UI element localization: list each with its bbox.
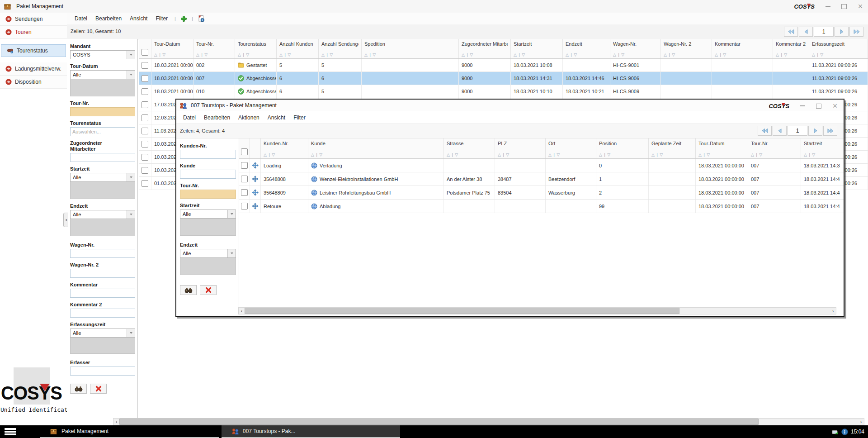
dialog-minimize-button[interactable] [797, 101, 807, 110]
dialog-menu-filter[interactable]: Filter [289, 114, 310, 121]
tour-datum-dropdown[interactable]: Alle [70, 70, 135, 79]
endzeit-dropdown[interactable]: Alle [180, 249, 236, 258]
menu-bearbeiten[interactable]: Bearbeiten [91, 15, 126, 22]
sort-icons[interactable] [514, 52, 560, 57]
scroll-left-icon[interactable]: ‹ [239, 308, 245, 314]
row-checkbox[interactable] [241, 203, 248, 209]
scrollbar-thumb[interactable] [119, 419, 759, 425]
clear-filter-button[interactable] [90, 384, 107, 394]
endzeit-dropdown[interactable]: Alle [70, 210, 135, 219]
export-report-icon[interactable] [198, 15, 205, 22]
col-header-kunden-nr[interactable]: Kunden-Nr. [261, 138, 308, 158]
dialog-menu-ansicht[interactable]: Ansicht [264, 114, 289, 121]
erfassungszeit-dropdown[interactable]: Alle [70, 328, 135, 338]
col-header-plz[interactable]: PLZ [495, 138, 546, 158]
move-drag-icon[interactable] [252, 162, 259, 169]
row-checkbox[interactable] [142, 62, 148, 69]
startzeit-dropdown[interactable]: Alle [70, 173, 135, 182]
sort-icons[interactable] [279, 52, 316, 57]
dialog-titlebar[interactable]: 007 Tourstops - Paket Management COSYS × [176, 100, 844, 111]
col-header-tour-datum[interactable]: Tour-Datum [151, 39, 193, 58]
sort-icons[interactable] [698, 152, 745, 157]
sort-icons[interactable] [462, 52, 508, 57]
col-header-tour-nr[interactable]: Tour-Nr. [748, 138, 801, 158]
last-page-button[interactable] [823, 126, 837, 136]
row-checkbox[interactable] [142, 88, 148, 95]
move-drag-icon[interactable] [252, 189, 259, 196]
scroll-right-icon[interactable]: › [830, 308, 836, 314]
dialog-horizontal-scrollbar[interactable]: ‹ › [238, 307, 836, 314]
minimize-button[interactable] [823, 2, 833, 11]
sort-icons[interactable] [776, 52, 806, 57]
sort-icons[interactable] [804, 152, 838, 157]
wagen-nr-2-input[interactable] [70, 269, 135, 278]
sort-icons[interactable] [548, 152, 593, 157]
sort-icons[interactable] [196, 52, 232, 57]
dialog-menu-aktionen[interactable]: Aktionen [234, 114, 264, 121]
close-button[interactable]: × [855, 2, 865, 11]
col-header-wagen-nr-2[interactable]: Wagen-Nr. 2 [661, 39, 712, 58]
taskbar-button-paket-management[interactable]: Paket Management [40, 425, 219, 438]
prev-page-button[interactable] [799, 27, 813, 37]
row-checkbox[interactable] [241, 189, 248, 196]
mandant-dropdown[interactable]: COSYS [70, 50, 135, 59]
row-checkbox[interactable] [241, 176, 248, 182]
row-checkbox[interactable] [142, 167, 148, 174]
sort-icons[interactable] [498, 152, 542, 157]
col-header-startzeit[interactable]: Startzeit [801, 138, 840, 158]
taskbar-button-tourstops[interactable]: 007 Tourstops - Pak... [222, 425, 400, 438]
sort-icons[interactable] [364, 52, 456, 57]
sidebar-item-ladungsmittelverw[interactable]: Ladungsmittelverw. [0, 62, 67, 76]
sort-icons[interactable] [566, 52, 607, 57]
col-header-spedition[interactable]: Spedition [362, 39, 459, 58]
sort-icons[interactable] [321, 52, 359, 57]
col-header-erfassungszeit[interactable]: Erfassungszeit [809, 39, 868, 58]
zugeordneter-mitarbeiter-input[interactable] [70, 153, 135, 162]
sort-icons[interactable] [751, 152, 798, 157]
sort-icons[interactable] [812, 52, 865, 57]
sidebar-item-disposition[interactable]: Disposition [0, 76, 67, 89]
menu-filter[interactable]: Filter [151, 15, 172, 22]
kunden-nr-filter-input[interactable] [180, 150, 236, 159]
dialog-menu-datei[interactable]: Datei [179, 114, 200, 121]
panel-collapse-tab[interactable]: ◄ [63, 213, 68, 227]
sort-icons[interactable] [154, 52, 190, 57]
col-header-zugeordneter-mitarbeiter[interactable]: Zugeordneter Mitarbeiter [459, 39, 511, 58]
col-header-kommentar[interactable]: Kommentar [712, 39, 773, 58]
sort-icons[interactable] [238, 52, 274, 57]
col-header-geplante-zeit[interactable]: Geplante Zeit [649, 138, 696, 158]
sort-icons[interactable] [613, 52, 658, 57]
tourstop-row[interactable]: Loading Verladung 0 18.03.2021 00:00:00 … [239, 159, 844, 172]
search-button[interactable] [70, 384, 87, 394]
sidebar-item-sendungen[interactable]: Sendungen [0, 13, 67, 26]
col-header-kommentar-2[interactable]: Kommentar 2 [773, 39, 809, 58]
main-horizontal-scrollbar[interactable]: ‹ › [113, 418, 864, 425]
sort-icons[interactable] [264, 152, 305, 157]
tourstop-row[interactable]: Retoure Abladung 99 18.03.2021 00:00:00 … [239, 200, 844, 213]
sort-icons[interactable] [447, 152, 492, 157]
sort-icons[interactable] [599, 152, 646, 157]
sort-icons[interactable] [715, 52, 770, 57]
row-checkbox[interactable] [142, 154, 148, 161]
page-number-box[interactable]: 1 [814, 27, 834, 37]
col-header-wagen-nr[interactable]: Wagen-Nr. [610, 39, 661, 58]
sort-icons[interactable] [651, 152, 693, 157]
sort-icons[interactable] [311, 152, 441, 157]
row-checkbox[interactable] [241, 162, 248, 169]
kommentar-input[interactable] [70, 289, 135, 298]
table-row[interactable]: 18.03.2021 00:00 010 Abgeschlossen 6 5 9… [139, 85, 868, 98]
add-new-icon[interactable] [180, 15, 187, 22]
next-page-button[interactable] [835, 27, 849, 37]
col-header-anzahl-sendungen[interactable]: Anzahl Sendungen [319, 39, 362, 58]
tourenstatus-filter-input[interactable] [70, 127, 135, 136]
last-page-button[interactable] [849, 27, 863, 37]
select-all-checkbox[interactable] [241, 148, 248, 155]
row-checkbox[interactable] [142, 141, 148, 148]
page-number-box[interactable]: 1 [788, 126, 807, 136]
scroll-left-icon[interactable]: ‹ [113, 419, 119, 425]
row-checkbox[interactable] [142, 114, 148, 121]
erfasser-input[interactable] [70, 367, 135, 376]
sidebar-item-tourenstatus[interactable]: Tourenstatus [1, 44, 66, 57]
maximize-button[interactable] [839, 2, 849, 11]
tour-nr-filter-input[interactable] [180, 190, 236, 199]
